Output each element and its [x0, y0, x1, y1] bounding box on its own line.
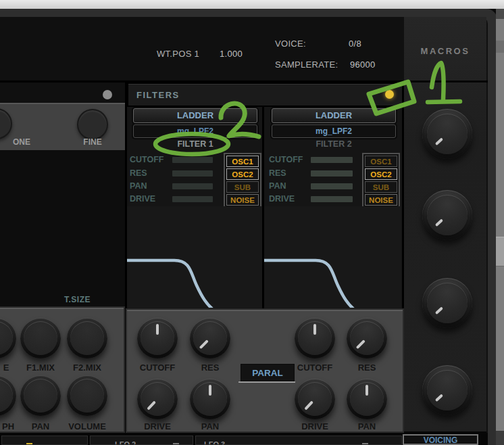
filter2-drive-mod-slider[interactable]: [311, 196, 353, 202]
f1-mix-knob[interactable]: [20, 318, 61, 358]
osc-knob-partial-1-label: E: [0, 362, 12, 373]
parallel-routing-button[interactable]: PARAL: [241, 364, 295, 382]
macro-knob-3[interactable]: [422, 278, 472, 328]
filter1-pan-knob-label: PAN: [190, 421, 230, 431]
bottom-panel-lfo3[interactable]: LFO 3: [195, 436, 402, 445]
filter1-pan-mod-slider[interactable]: [172, 183, 213, 189]
filter2-subtype-dropdown[interactable]: mg_LPF2: [272, 124, 396, 138]
wavetable-display-area: [0, 150, 125, 308]
parallel-underline: [238, 381, 295, 383]
filter1-pan-knob[interactable]: [190, 379, 230, 419]
osc-volume-knob-label: VOLUME: [67, 421, 107, 431]
samplerate-label: SAMPLERATE:: [275, 60, 338, 70]
filter1-curve: [127, 260, 216, 308]
scrollbar-segment: [496, 9, 504, 19]
filter2-input-routing: OSC1 OSC2 SUB NOISE: [362, 153, 400, 210]
filter1-res-knob-label: RES: [190, 362, 230, 373]
macro-knob-1[interactable]: [422, 109, 472, 159]
filter2-mod-res-label: RES: [269, 168, 286, 178]
filter2-noise-button[interactable]: NOISE: [365, 194, 397, 206]
filter1-osc2-button[interactable]: OSC2: [226, 168, 259, 180]
filter1-mod-drive-label: DRIVE: [130, 194, 155, 204]
filter1-drive-knob[interactable]: [137, 379, 178, 419]
filter2-pan-mod-slider[interactable]: [311, 183, 353, 189]
scrollbar-thumb[interactable]: [496, 237, 504, 266]
filter2-res-mod-slider[interactable]: [311, 170, 353, 177]
filter1-sub-button[interactable]: SUB: [226, 181, 259, 193]
macro-knob-4[interactable]: [422, 365, 472, 415]
filter2-pan-knob[interactable]: [347, 379, 387, 419]
filter2-mod-pan-label: PAN: [269, 181, 286, 191]
f2-mix-knob[interactable]: [67, 318, 107, 358]
osc-volume-knob[interactable]: [67, 375, 107, 416]
filter2-res-knob-label: RES: [347, 362, 387, 373]
filter1-mod-res-label: RES: [130, 168, 147, 178]
filter1-mod-cutoff-label: CUTOFF: [130, 155, 163, 164]
f2-mix-knob-label: F2.MIX: [67, 362, 107, 373]
bottom-panel-lfo2[interactable]: LFO 2: [90, 436, 193, 445]
filter1-res-mod-slider[interactable]: [172, 170, 213, 177]
bottom-panel-env: [1, 436, 88, 445]
osc-pan-knob[interactable]: [20, 375, 61, 416]
filter2-mod-cutoff-label: CUTOFF: [269, 155, 303, 164]
filter1-subtype-dropdown[interactable]: mg_LPF2: [133, 124, 257, 138]
filter1-response-display[interactable]: [127, 206, 262, 308]
fine-knob[interactable]: [77, 109, 108, 140]
scrollbar-segment: [496, 41, 504, 53]
macros-title: MACROS: [404, 46, 486, 56]
filter1-cutoff-mod-slider[interactable]: [172, 157, 213, 163]
filter1-drive-mod-slider[interactable]: [172, 196, 213, 202]
filters-header-bar[interactable]: FILTERS: [127, 83, 403, 107]
filter2-name-label: FILTER 2: [272, 139, 396, 149]
macros-divider: [404, 80, 486, 83]
osc-pan-knob-label: PAN: [20, 421, 61, 431]
filter2-cutoff-knob[interactable]: [295, 318, 335, 358]
filter2-sub-button[interactable]: SUB: [365, 181, 397, 193]
window-chrome-strip: [0, 0, 504, 9]
voicing-button[interactable]: VOICING: [403, 434, 478, 445]
filter2-mod-drive-label: DRIVE: [269, 194, 295, 204]
wtpos-label: WT.POS 1: [157, 49, 199, 59]
filter2-drive-knob-label: DRIVE: [295, 421, 335, 431]
osc-knob-partial-2-label: PH: [0, 421, 16, 431]
filter2-osc2-button[interactable]: OSC2: [365, 168, 397, 180]
filters-header-led[interactable]: [385, 90, 394, 99]
filter1-osc1-button[interactable]: OSC1: [226, 156, 259, 167]
filter2-res-knob[interactable]: [347, 318, 387, 358]
lfo2-label: LFO 2: [115, 440, 136, 445]
filter2-cutoff-mod-slider[interactable]: [311, 157, 353, 163]
wtpos-value: 1.000: [220, 49, 243, 59]
filter1-cutoff-knob-label: CUTOFF: [137, 362, 178, 373]
filter1-name-label: FILTER 1: [133, 139, 257, 149]
f1-mix-knob-label: F1.MIX: [20, 362, 61, 373]
macro-knob-2[interactable]: [422, 190, 472, 240]
semitone-knob-label: ONE: [7, 137, 36, 147]
filter1-mod-pan-label: PAN: [130, 181, 147, 191]
filter2-pan-knob-label: PAN: [347, 421, 387, 431]
filter1-drive-knob-label: DRIVE: [137, 421, 178, 431]
filter1-input-routing: OSC1 OSC2 SUB NOISE: [224, 153, 261, 210]
filter2-model-dropdown[interactable]: LADDER: [272, 108, 396, 123]
filters-title: FILTERS: [136, 90, 180, 100]
section-led-indicator: [103, 90, 112, 99]
filter2-osc1-button[interactable]: OSC1: [365, 156, 397, 167]
scrollbar[interactable]: [496, 9, 504, 445]
lfo3-label: LFO 3: [204, 440, 225, 445]
fine-knob-label: FINE: [76, 137, 109, 147]
table-size-label: T.SIZE: [64, 295, 91, 304]
filter1-noise-button[interactable]: NOISE: [226, 194, 259, 206]
filter1-cutoff-knob[interactable]: [137, 318, 178, 358]
synth-plugin-window: WT.POS 1 1.000 VOICE: 0/8 SAMPLERATE: 96…: [0, 0, 504, 445]
voice-value: 0/8: [349, 39, 361, 49]
samplerate-value: 96000: [350, 60, 376, 70]
filter2-response-display[interactable]: [264, 206, 401, 308]
voice-label: VOICE:: [275, 39, 306, 49]
filter2-curve: [264, 260, 357, 308]
filter2-drive-knob[interactable]: [295, 379, 335, 419]
scrollbar-segment: [496, 431, 504, 445]
filter1-res-knob[interactable]: [190, 318, 230, 358]
filter2-cutoff-knob-label: CUTOFF: [295, 362, 335, 373]
filter1-model-dropdown[interactable]: LADDER: [133, 108, 257, 123]
